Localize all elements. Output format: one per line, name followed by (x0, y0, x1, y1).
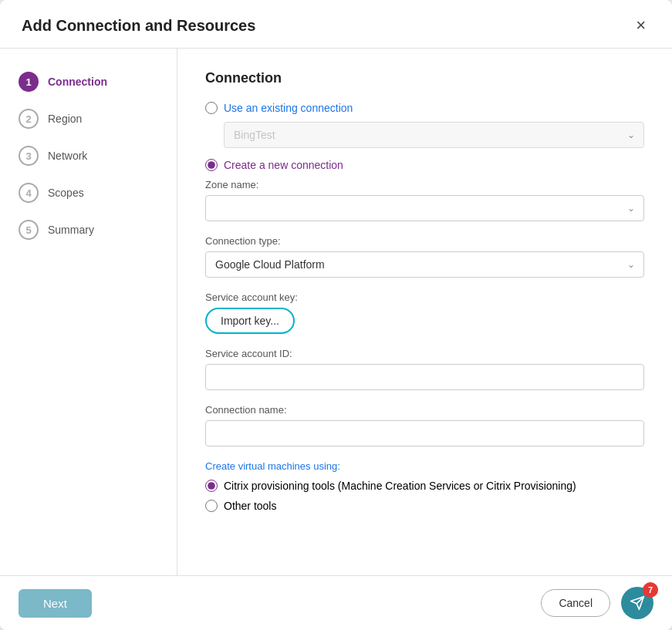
step-label-summary: Summary (48, 224, 94, 236)
other-tools-label[interactable]: Other tools (224, 500, 276, 512)
dialog-body: 1 Connection 2 Region 3 Network (0, 49, 672, 575)
cancel-button[interactable]: Cancel (541, 589, 610, 617)
add-connection-dialog: Add Connection and Resources × 1 Connect… (0, 0, 672, 630)
service-account-id-group: Service account ID: (205, 348, 644, 390)
connection-type-select[interactable]: Google Cloud Platform (205, 251, 644, 278)
existing-connection-group: BingTest ⌄ (224, 122, 644, 148)
create-new-label[interactable]: Create a new connection (224, 159, 343, 171)
nav-badge: 7 (643, 582, 658, 598)
create-new-radio[interactable] (205, 159, 218, 171)
sidebar-item-region[interactable]: 2 Region (12, 104, 164, 133)
other-tools-radio[interactable] (205, 500, 218, 512)
main-content: Connection Use an existing connection Bi… (177, 49, 672, 575)
use-existing-radio[interactable] (205, 102, 218, 114)
step-circle-1: 1 (19, 72, 39, 92)
create-vm-label: Create virtual machines using: (205, 460, 644, 472)
step-label-connection: Connection (48, 76, 107, 88)
step-label-scopes: Scopes (48, 187, 84, 199)
step-circle-3: 3 (19, 146, 39, 166)
step-label-network: Network (48, 150, 87, 162)
create-section: Zone name: ⌄ Connection type: Google Clo… (205, 179, 644, 512)
step-circle-5: 5 (19, 220, 39, 240)
zone-name-group: Zone name: ⌄ (205, 179, 644, 221)
send-icon (630, 595, 645, 611)
connection-name-label: Connection name: (205, 404, 644, 416)
footer-right: Cancel 7 (541, 587, 653, 619)
next-button[interactable]: Next (19, 589, 92, 618)
zone-name-select[interactable] (205, 195, 644, 221)
step-circle-2: 2 (19, 109, 39, 129)
create-new-option: Create a new connection (205, 159, 644, 171)
service-account-id-label: Service account ID: (205, 348, 644, 359)
use-existing-label[interactable]: Use an existing connection (224, 102, 353, 114)
step-circle-4: 4 (19, 183, 39, 203)
connection-type-select-wrapper: Google Cloud Platform ⌄ (205, 251, 644, 278)
dialog-footer: Next Cancel 7 (0, 575, 672, 630)
citrix-provisioning-label[interactable]: Citrix provisioning tools (Machine Creat… (224, 480, 576, 492)
connection-name-input[interactable] (205, 420, 644, 446)
nav-icon-button[interactable]: 7 (621, 587, 653, 619)
existing-connection-select[interactable]: BingTest (224, 122, 644, 148)
dialog-header: Add Connection and Resources × (0, 0, 672, 49)
sidebar-item-network[interactable]: 3 Network (12, 141, 164, 170)
service-account-key-group: Service account key: Import key... (205, 291, 644, 334)
sidebar: 1 Connection 2 Region 3 Network (0, 49, 177, 575)
create-vm-group: Create virtual machines using: Citrix pr… (205, 460, 644, 512)
import-key-button[interactable]: Import key... (205, 308, 295, 334)
section-title: Connection (205, 70, 644, 86)
zone-name-select-wrapper: ⌄ (205, 195, 644, 221)
other-tools-option: Other tools (205, 500, 644, 512)
service-account-id-input[interactable] (205, 364, 644, 390)
connection-type-group: Connection type: Google Cloud Platform ⌄ (205, 235, 644, 278)
use-existing-option: Use an existing connection (205, 102, 644, 114)
citrix-provisioning-radio[interactable] (205, 480, 218, 492)
sidebar-item-scopes[interactable]: 4 Scopes (12, 178, 164, 207)
dialog-title: Add Connection and Resources (22, 17, 255, 35)
citrix-provisioning-option: Citrix provisioning tools (Machine Creat… (205, 480, 644, 492)
step-label-region: Region (48, 113, 82, 125)
zone-name-label: Zone name: (205, 179, 644, 190)
connection-type-label: Connection type: (205, 235, 644, 247)
existing-connection-select-wrapper: BingTest ⌄ (224, 122, 644, 148)
sidebar-item-summary[interactable]: 5 Summary (12, 215, 164, 244)
connection-name-group: Connection name: (205, 404, 644, 446)
service-account-key-label: Service account key: (205, 291, 644, 303)
sidebar-item-connection[interactable]: 1 Connection (12, 67, 164, 96)
close-button[interactable]: × (631, 15, 650, 35)
